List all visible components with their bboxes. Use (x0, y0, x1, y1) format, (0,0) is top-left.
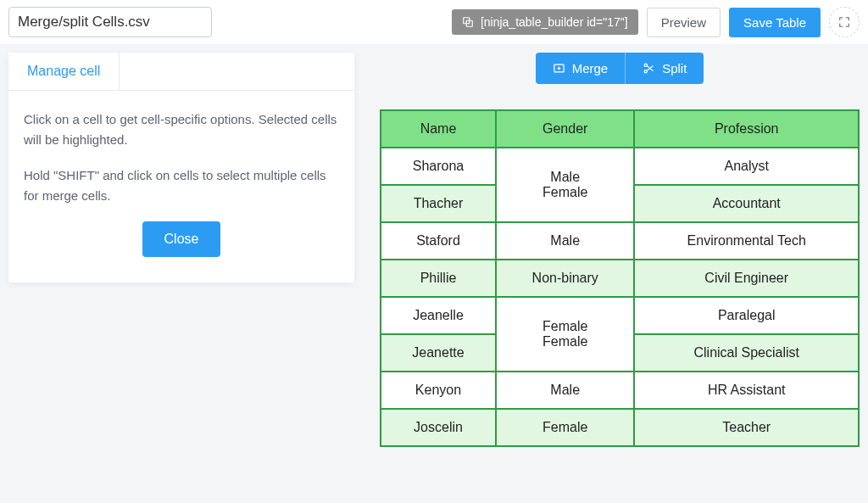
table-header-gender[interactable]: Gender (496, 110, 634, 148)
data-table: Name Gender Profession SharonaMale Femal… (380, 109, 860, 447)
table-cell[interactable]: Non-binary (496, 260, 634, 297)
table-cell[interactable]: Female (496, 409, 634, 446)
merge-button[interactable]: Merge (536, 53, 626, 84)
table-cell[interactable]: Environmental Tech (634, 222, 859, 260)
main-area: Manage cell Click on a cell to get cell-… (0, 44, 868, 455)
panel-tabs: Manage cell (8, 53, 354, 91)
merge-label: Merge (572, 61, 609, 75)
table-cell[interactable]: Thacher (381, 185, 496, 222)
top-bar: [ninja_table_builder id="17"] Preview Sa… (0, 0, 868, 44)
table-actions: Merge Split (380, 53, 860, 84)
table-header-name[interactable]: Name (381, 110, 496, 148)
split-label: Split (662, 61, 687, 75)
table-cell[interactable]: Teacher (634, 409, 859, 446)
split-button[interactable]: Split (626, 53, 704, 84)
merge-icon (553, 62, 565, 75)
table-area: Merge Split Name (380, 53, 860, 447)
table-cell-merged[interactable]: Male Female (496, 148, 634, 222)
table-cell[interactable]: Clinical Specialist (634, 334, 859, 372)
shortcode-text: [ninja_table_builder id="17"] (481, 15, 628, 29)
save-table-button[interactable]: Save Table (729, 8, 821, 37)
table-cell[interactable]: Joscelin (381, 409, 496, 446)
table-cell[interactable]: Accountant (634, 185, 859, 222)
close-button[interactable]: Close (142, 221, 221, 257)
table-cell[interactable]: Civil Engineer (634, 260, 859, 297)
table-cell[interactable]: Staford (381, 222, 496, 260)
tab-manage-cell[interactable]: Manage cell (8, 53, 120, 90)
copy-icon (462, 16, 474, 28)
table-title-input[interactable] (8, 7, 212, 37)
table-cell[interactable]: Sharona (381, 148, 496, 185)
help-text-2: Hold "SHIFT" and click on cells to selec… (24, 165, 339, 206)
help-text-1: Click on a cell to get cell-specific opt… (24, 109, 339, 150)
split-icon (643, 62, 655, 75)
fullscreen-button[interactable] (829, 7, 860, 37)
table-cell[interactable]: Paralegal (634, 297, 859, 334)
manage-cell-panel: Manage cell Click on a cell to get cell-… (8, 53, 354, 282)
table-cell[interactable]: Jeanette (381, 334, 496, 372)
table-cell[interactable]: Analyst (634, 148, 859, 185)
panel-body: Click on a cell to get cell-specific opt… (8, 91, 354, 282)
shortcode-badge[interactable]: [ninja_table_builder id="17"] (452, 9, 638, 35)
table-cell[interactable]: Jeanelle (381, 297, 496, 334)
table-cell[interactable]: Male (496, 372, 634, 409)
table-cell[interactable]: Male (496, 222, 634, 260)
table-cell[interactable]: Phillie (381, 260, 496, 297)
table-header-profession[interactable]: Profession (634, 110, 859, 148)
table-cell[interactable]: Kenyon (381, 372, 496, 409)
table-cell[interactable]: HR Assistant (634, 372, 859, 409)
table-cell-merged[interactable]: Female Female (496, 297, 634, 372)
preview-button[interactable]: Preview (647, 8, 721, 37)
fullscreen-icon (838, 16, 850, 28)
